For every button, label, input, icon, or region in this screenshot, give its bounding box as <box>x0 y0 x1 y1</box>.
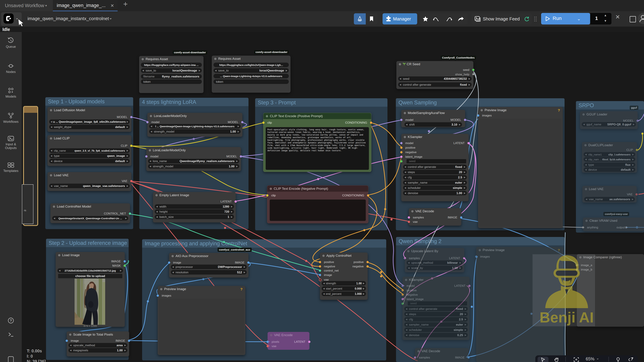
svg-text:?: ? <box>10 319 12 323</box>
svg-text:Benji AI: Benji AI <box>540 309 594 326</box>
